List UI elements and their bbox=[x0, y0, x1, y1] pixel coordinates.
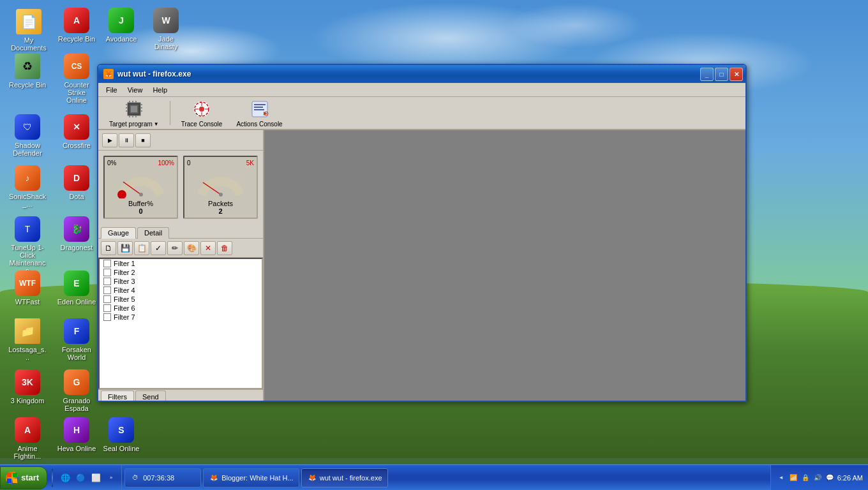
tuneup-icon: T bbox=[15, 216, 40, 242]
desktop-icon-my-documents[interactable]: 📄 My Documents bbox=[6, 6, 51, 54]
desktop-icon-3-kingdom[interactable]: 3K 3 Kingdom bbox=[5, 367, 50, 407]
jade-dynasty-icon: J bbox=[108, 8, 134, 33]
desktop-icon-warrock[interactable]: W Jade Dinasty bbox=[144, 5, 188, 53]
jade-dynasty-label: Avodance bbox=[101, 35, 141, 43]
play-button[interactable]: ▶ bbox=[102, 133, 117, 147]
desktop-icon-granado-espada[interactable]: G Granado Espada bbox=[54, 367, 99, 415]
minimize-button[interactable]: _ bbox=[700, 68, 714, 81]
filter-item-6[interactable]: Filter 6 bbox=[100, 304, 262, 313]
tab-filters[interactable]: Filters bbox=[101, 390, 134, 402]
menu-help[interactable]: Help bbox=[147, 85, 172, 95]
seal-online-label: Seal Online bbox=[101, 445, 141, 452]
filter-checkbox-6[interactable] bbox=[103, 304, 111, 312]
menu-view[interactable]: View bbox=[123, 85, 148, 95]
tab-send[interactable]: Send bbox=[135, 390, 166, 402]
filter-checkbox-5[interactable] bbox=[103, 295, 111, 303]
systray-security-icon[interactable]: 🔒 bbox=[800, 473, 811, 483]
desktop-icon-shadow-defender[interactable]: 🛡 Shadow Defender bbox=[5, 112, 50, 160]
svg-point-31 bbox=[219, 193, 223, 197]
filter-checkbox-1[interactable] bbox=[103, 260, 111, 267]
tab-detail[interactable]: Detail bbox=[137, 227, 169, 239]
systray-volume-icon[interactable]: 🔊 bbox=[812, 473, 823, 483]
filter-item-7[interactable]: Filter 7 bbox=[100, 313, 262, 322]
systray-network-icon[interactable]: 📶 bbox=[788, 473, 798, 483]
desktop-icon-recycle-bin[interactable]: ♻ Recycle Bin bbox=[5, 51, 50, 91]
desktop-icon-dota[interactable]: D Dota bbox=[54, 163, 99, 203]
filter-delete-button[interactable]: ✕ bbox=[200, 241, 216, 255]
toolbar-separator-1 bbox=[170, 101, 170, 125]
pause-button[interactable]: ⏸ bbox=[119, 133, 134, 147]
systray-expand-icon[interactable]: ◄ bbox=[776, 473, 786, 483]
filter-item-4[interactable]: Filter 4 bbox=[100, 286, 262, 295]
blogger-icon: 🦊 bbox=[209, 473, 219, 483]
system-clock: 6:26 AM bbox=[837, 474, 863, 482]
desktop-icon-forsaken-world[interactable]: F Forsaken World bbox=[54, 316, 99, 364]
trace-console-label: Trace Console bbox=[181, 121, 223, 128]
start-button[interactable]: start bbox=[0, 466, 47, 489]
desktop-icon-jade-dynasty[interactable]: J Avodance bbox=[99, 5, 144, 45]
ql-show-desktop-icon[interactable]: ⬜ bbox=[89, 471, 102, 484]
forsaken-world-icon: F bbox=[64, 318, 89, 344]
desktop: 📄 My Documents A Recycle Bin J Avodance … bbox=[0, 0, 868, 490]
maximize-button[interactable]: □ bbox=[715, 68, 728, 81]
granado-espada-label: Granado Espada bbox=[57, 397, 96, 412]
menu-file[interactable]: File bbox=[101, 85, 123, 95]
close-button[interactable]: ✕ bbox=[730, 68, 743, 81]
svg-rect-2 bbox=[131, 106, 137, 112]
trace-console-button[interactable]: Trace Console bbox=[176, 96, 228, 130]
filter-item-3[interactable]: Filter 3 bbox=[100, 277, 262, 286]
ql-expand-icon[interactable]: » bbox=[105, 471, 117, 484]
tab-gauge[interactable]: Gauge bbox=[101, 227, 136, 239]
svg-rect-24 bbox=[254, 107, 263, 108]
svg-rect-33 bbox=[13, 473, 17, 477]
filter-checkbox-2[interactable] bbox=[103, 269, 111, 276]
filter-item-5[interactable]: Filter 5 bbox=[100, 295, 262, 304]
filter-toolbar: 🗋 💾 📋 ✓ ✏ 🎨 ✕ 🗑 bbox=[98, 239, 263, 258]
desktop-icon-avodance[interactable]: A Recycle Bin bbox=[54, 5, 99, 45]
svg-rect-12 bbox=[140, 104, 142, 105]
desktop-icon-eden-online[interactable]: E Eden Online bbox=[54, 268, 99, 308]
taskbar: start 🌐 🔵 ⬜ » ⏱ 007:36:38 🦊 Blogger: Whi… bbox=[0, 464, 868, 490]
filter-item-1[interactable]: Filter 1 bbox=[100, 259, 262, 268]
desktop-icon-heva-online[interactable]: H Heva Online bbox=[54, 415, 99, 455]
systray-chat-icon[interactable]: 💬 bbox=[825, 473, 835, 483]
svg-rect-5 bbox=[135, 101, 137, 103]
actions-console-button[interactable]: Actions Console bbox=[230, 96, 288, 130]
filter-checkbox-4[interactable] bbox=[103, 286, 111, 294]
desktop-icon-anime-fighting[interactable]: A Anime FIghtin... bbox=[5, 415, 50, 463]
desktop-icon-lostsaga[interactable]: 📁 Lostsaga_s... bbox=[5, 316, 50, 364]
filter-checkbox-3[interactable] bbox=[103, 278, 111, 285]
filter-checkbox-7[interactable] bbox=[103, 313, 111, 321]
desktop-icon-counter-strike[interactable]: CS Counter Strike Online bbox=[54, 51, 99, 107]
filter-label-7: Filter 7 bbox=[114, 313, 135, 321]
taskbar-item-blogger[interactable]: 🦊 Blogger: White Hat H... bbox=[203, 468, 299, 487]
filter-check-button[interactable]: ✓ bbox=[151, 241, 166, 255]
taskbar-item-timer[interactable]: ⏱ 007:36:38 bbox=[124, 468, 201, 487]
filter-save-button[interactable]: 💾 bbox=[117, 241, 133, 255]
app-window: 🦊 wut wut - firefox.exe _ □ ✕ File View … bbox=[97, 64, 747, 402]
filter-item-2[interactable]: Filter 2 bbox=[100, 268, 262, 277]
desktop-icon-sonic-shack[interactable]: ♪ SonicShack_... bbox=[5, 163, 50, 211]
transport-bar: ▶ ⏸ ■ bbox=[98, 130, 263, 151]
filter-saveas-button[interactable]: 📋 bbox=[134, 241, 149, 255]
desktop-icon-crossfire[interactable]: ✕ Crossfire bbox=[54, 112, 99, 152]
3-kingdom-label: 3 Kingdom bbox=[8, 397, 47, 405]
packets-gauge-min: 0 bbox=[187, 160, 191, 167]
filter-list[interactable]: Filter 1 Filter 2 Filter 3 Filter 4 bbox=[98, 258, 263, 389]
desktop-icon-dragonest[interactable]: 🐉 Dragonest bbox=[54, 214, 99, 254]
stop-button[interactable]: ■ bbox=[135, 133, 151, 147]
desktop-icon-seal-online[interactable]: S Seal Online bbox=[99, 415, 144, 455]
quick-launch: 🌐 🔵 ⬜ » bbox=[55, 465, 122, 490]
desktop-icon-wtfast[interactable]: WTF WTFast bbox=[5, 268, 50, 308]
target-program-button[interactable]: Target program ▼ bbox=[103, 96, 165, 130]
filter-edit-button[interactable]: ✏ bbox=[167, 241, 183, 255]
ql-browser-icon[interactable]: 🌐 bbox=[59, 471, 71, 484]
svg-rect-7 bbox=[132, 115, 133, 117]
filter-new-button[interactable]: 🗋 bbox=[101, 241, 116, 255]
filter-label-3: Filter 3 bbox=[114, 278, 135, 285]
filter-remove-button[interactable]: 🗑 bbox=[217, 241, 232, 255]
taskbar-item-wutwut[interactable]: 🦊 wut wut - firefox.exe bbox=[301, 468, 388, 487]
counter-strike-label: Counter Strike Online bbox=[57, 81, 96, 104]
ql-ie-icon[interactable]: 🔵 bbox=[74, 471, 87, 484]
filter-color-button[interactable]: 🎨 bbox=[184, 241, 199, 255]
